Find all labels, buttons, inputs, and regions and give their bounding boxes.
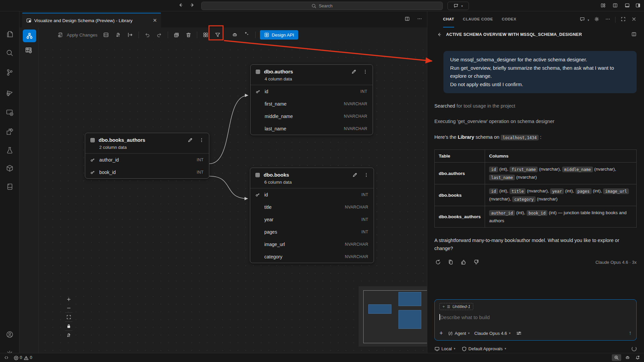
activity-bar bbox=[0, 11, 19, 353]
column-row-author_id[interactable]: author_idINT bbox=[85, 154, 209, 166]
problems-indicator[interactable]: 0 0 bbox=[12, 355, 34, 360]
chat-tab-chat[interactable]: CHAT bbox=[443, 11, 454, 27]
maximize-panel-icon[interactable] bbox=[621, 16, 627, 22]
redo-icon[interactable] bbox=[156, 31, 163, 39]
column-row-id[interactable]: idINT bbox=[251, 85, 373, 98]
activity-accounts-icon[interactable] bbox=[4, 329, 15, 340]
user-message: Use mssql_schema_designer for the active… bbox=[443, 51, 637, 93]
thumbs-up-icon[interactable] bbox=[460, 258, 467, 266]
remote-indicator[interactable] bbox=[3, 355, 10, 360]
copy-icon[interactable] bbox=[447, 258, 454, 266]
chat-tab-codex[interactable]: CODEX bbox=[502, 11, 516, 27]
close-panel-icon[interactable] bbox=[631, 16, 637, 22]
schema-node-dbo-books_authors[interactable]: dbo.books_authors2 column dataauthor_idI… bbox=[85, 133, 209, 179]
activity-extensions-icon[interactable] bbox=[4, 126, 15, 137]
activity-database-projects-icon[interactable] bbox=[4, 181, 15, 192]
column-row-last_name[interactable]: last_nameNVARCHAR bbox=[251, 122, 373, 135]
tab-schema-designer[interactable]: Visualize and Design Schema (Preview) - … bbox=[22, 13, 161, 27]
activity-explorer-icon[interactable] bbox=[4, 29, 15, 40]
column-row-title[interactable]: titleNVARCHAR bbox=[250, 201, 374, 213]
design-api-button[interactable]: Design API bbox=[260, 30, 298, 40]
zoom-out-button[interactable] bbox=[64, 304, 73, 312]
open-session-editor-icon[interactable] bbox=[631, 32, 637, 38]
apply-changes-button[interactable]: Apply Changes bbox=[57, 31, 98, 39]
schema-node-dbo-books[interactable]: dbo.books6 column dataidINTtitleNVARCHAR… bbox=[250, 168, 374, 263]
chat-transcript[interactable]: Use mssql_schema_designer for the active… bbox=[434, 44, 637, 296]
tool-step[interactable]: Executing 'get_overview' operation on sc… bbox=[434, 119, 637, 124]
chat-sessions-icon[interactable] bbox=[580, 16, 586, 22]
activity-remote-explorer-icon[interactable] bbox=[4, 107, 15, 118]
activity-run-debug-icon[interactable] bbox=[4, 87, 15, 98]
nav-forward-icon[interactable] bbox=[190, 2, 197, 9]
auto-layout-button[interactable] bbox=[64, 331, 73, 340]
column-type: INT bbox=[360, 89, 367, 94]
fit-view-button[interactable] bbox=[64, 313, 73, 321]
nav-back-icon[interactable] bbox=[178, 2, 184, 9]
lock-canvas-button[interactable] bbox=[64, 322, 73, 330]
column-row-middle_name[interactable]: middle_nameNVARCHAR bbox=[251, 110, 373, 122]
toggle-panel-icon[interactable] bbox=[625, 3, 631, 9]
schema-view-button[interactable] bbox=[23, 29, 36, 42]
copilot-status-icon[interactable] bbox=[624, 355, 631, 360]
activity-testing-icon[interactable] bbox=[4, 145, 15, 156]
split-editor-icon[interactable] bbox=[612, 3, 619, 9]
chat-input-placeholder: Describe what to build bbox=[440, 314, 490, 320]
column-row-image_url[interactable]: image_urlNVARCHAR bbox=[250, 238, 374, 250]
editor-more-actions-icon[interactable] bbox=[417, 16, 424, 23]
zoom-in-button[interactable] bbox=[64, 295, 73, 304]
activity-containers-icon[interactable] bbox=[4, 163, 15, 174]
split-editor-action-icon[interactable] bbox=[405, 16, 411, 23]
activity-source-control-icon[interactable] bbox=[4, 67, 15, 78]
export-icon[interactable] bbox=[126, 31, 134, 39]
model-settings-icon[interactable] bbox=[515, 329, 523, 337]
edit-table-icon[interactable] bbox=[351, 69, 357, 74]
search-input[interactable]: Search bbox=[201, 2, 443, 10]
column-row-pages[interactable]: pagesINT bbox=[250, 226, 374, 238]
copilot-icon[interactable] bbox=[230, 30, 240, 40]
back-icon[interactable] bbox=[436, 32, 442, 38]
notifications-bell-icon[interactable] bbox=[634, 355, 641, 360]
mode-selector[interactable]: Agent ▾ bbox=[448, 331, 470, 336]
schema-compare-icon[interactable] bbox=[114, 31, 122, 39]
tab-close-icon[interactable]: ✕ bbox=[153, 17, 157, 23]
column-row-book_id[interactable]: book_idINT bbox=[85, 166, 209, 178]
column-row-first_name[interactable]: first_nameNVARCHAR bbox=[251, 98, 373, 110]
toggle-chat-button[interactable]: ▾ bbox=[447, 2, 469, 10]
regenerate-icon[interactable] bbox=[434, 258, 442, 266]
edit-table-icon[interactable] bbox=[352, 172, 358, 178]
model-selector[interactable]: Claude Opus 4.6 ▾ bbox=[474, 331, 511, 336]
undo-icon[interactable] bbox=[144, 31, 151, 39]
node-menu-icon[interactable] bbox=[364, 172, 369, 178]
activity-search-icon[interactable] bbox=[4, 48, 15, 58]
environment-selector[interactable]: Local ▾ bbox=[434, 346, 455, 351]
attach-icon[interactable]: + bbox=[439, 330, 443, 337]
schema-node-dbo-authors[interactable]: dbo.authors4 column dataidINTfirst_nameN… bbox=[250, 64, 373, 135]
thumbs-down-icon[interactable] bbox=[473, 258, 480, 266]
column-row-year[interactable]: yearINT bbox=[250, 213, 374, 226]
zoom-status-icon[interactable] bbox=[612, 354, 621, 361]
chat-input-box[interactable]: + ≣ Untitled-1 Describe what to build + … bbox=[434, 299, 637, 341]
column-row-category[interactable]: categoryNVARCHAR bbox=[250, 250, 374, 263]
send-icon[interactable]: ↑ bbox=[629, 330, 632, 337]
filter-icon[interactable] bbox=[214, 31, 221, 39]
node-menu-icon[interactable] bbox=[363, 69, 368, 74]
context-chip[interactable]: + ≣ Untitled-1 bbox=[439, 303, 473, 310]
chevron-down-icon[interactable]: ▾ bbox=[588, 16, 592, 22]
chat-tab-claude-code[interactable]: CLAUDE CODE bbox=[463, 11, 493, 27]
delete-icon[interactable] bbox=[185, 31, 192, 39]
chat-settings-icon[interactable] bbox=[594, 16, 600, 22]
sparkle-icon[interactable] bbox=[244, 31, 252, 39]
view-code-icon[interactable] bbox=[102, 31, 110, 39]
secondary-sidebar-icon[interactable] bbox=[635, 3, 641, 9]
table-properties-button[interactable] bbox=[25, 46, 34, 55]
schema-canvas[interactable]: dbo.books_authors2 column dataauthor_idI… bbox=[39, 27, 427, 353]
node-menu-icon[interactable] bbox=[199, 137, 204, 143]
arrange-layout-icon[interactable] bbox=[202, 31, 209, 39]
tool-step[interactable]: Searched for tool usage in the project bbox=[434, 103, 637, 109]
customize-layout-icon[interactable] bbox=[600, 3, 606, 9]
chat-more-icon[interactable] bbox=[605, 16, 611, 22]
approvals-selector[interactable]: Default Approvals ▾ bbox=[462, 346, 506, 351]
edit-table-icon[interactable] bbox=[187, 137, 193, 143]
add-table-icon[interactable] bbox=[173, 31, 180, 39]
column-row-id[interactable]: idINT bbox=[250, 188, 374, 201]
